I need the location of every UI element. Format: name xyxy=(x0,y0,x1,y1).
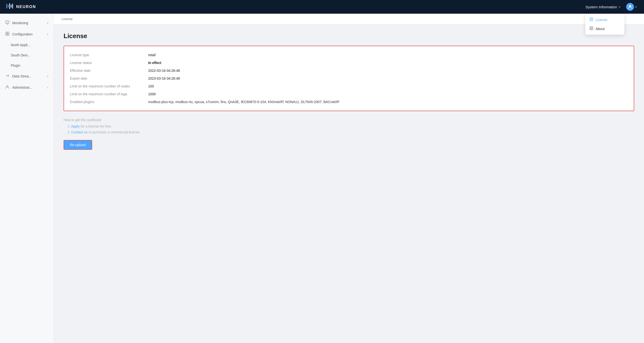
avatar xyxy=(626,3,634,11)
sidebar-data-strea-label: Data Strea... xyxy=(12,74,32,78)
sidebar-item-monitoring[interactable]: Monitoring ∨ xyxy=(0,17,54,28)
cert-step-1: 1. Apply for a license for free. xyxy=(64,124,634,128)
data-stream-chevron-icon: ∨ xyxy=(47,75,49,78)
license-effective-value: 2022-03-16 04:26:46 xyxy=(148,69,180,72)
license-row-type: License type retail xyxy=(70,51,628,59)
system-info-label: System Information xyxy=(586,5,617,9)
license-status-value: In effect xyxy=(148,61,161,65)
logo: NEURON xyxy=(6,3,36,11)
main-layout: Monitoring ∨ Configuration ∧ North Appli… xyxy=(0,14,644,343)
sidebar-monitoring-label: Monitoring xyxy=(12,21,28,25)
dropdown-license-label: License xyxy=(596,18,607,22)
cert-step-2: 2. Contact us to purchase a commercial l… xyxy=(64,130,634,134)
apply-link[interactable]: Apply xyxy=(71,124,80,128)
svg-rect-2 xyxy=(9,3,10,9)
monitoring-icon xyxy=(5,20,10,25)
svg-rect-3 xyxy=(11,5,12,7)
sidebar-configuration-label: Configuration xyxy=(12,32,32,36)
svg-rect-19 xyxy=(6,34,7,35)
header-right: System Information ∨ ∨ xyxy=(583,2,638,12)
content-area: License License License type retail Lice… xyxy=(54,14,644,343)
sidebar-plugin-label: Plugin xyxy=(11,63,20,67)
data-stream-icon xyxy=(5,74,10,79)
svg-rect-1 xyxy=(8,5,8,7)
sidebar-administrat-label: Administrat... xyxy=(12,85,32,89)
system-info-button[interactable]: System Information ∨ xyxy=(583,3,623,10)
sidebar-item-configuration[interactable]: Configuration ∧ xyxy=(0,29,54,39)
license-row-effective: Effective date 2022-03-16 04:26:46 xyxy=(70,67,628,74)
license-plugins-value: modbus-plus-tcp, modbus-rtu, opcua, s7co… xyxy=(148,100,339,104)
dropdown-item-about[interactable]: About xyxy=(585,24,624,33)
license-type-label: License type xyxy=(70,53,148,57)
license-row-max-tags: Limit on the maximum number of tags 1000 xyxy=(70,90,628,98)
system-info-chevron-icon: ∨ xyxy=(618,5,621,8)
license-max-tags-value: 1000 xyxy=(148,92,156,96)
license-type-value: retail xyxy=(148,53,156,57)
svg-rect-20 xyxy=(8,34,9,35)
svg-rect-4 xyxy=(12,4,13,8)
license-row-status: License status In effect xyxy=(70,59,628,67)
logo-text: NEURON xyxy=(16,5,36,9)
about-icon xyxy=(590,27,593,31)
breadcrumb: License xyxy=(54,14,644,24)
sidebar-north-appli-label: North Appli... xyxy=(11,43,30,47)
user-avatar-button[interactable]: ∨ xyxy=(625,2,638,12)
svg-rect-18 xyxy=(8,32,9,33)
system-info-dropdown: License About xyxy=(585,14,624,35)
svg-point-21 xyxy=(6,85,8,87)
configuration-chevron-icon: ∧ xyxy=(47,33,49,36)
license-max-tags-label: Limit on the maximum number of tags xyxy=(70,92,148,96)
sidebar-item-north-appli[interactable]: North Appli... xyxy=(0,40,54,50)
license-row-plugins: Enabled plugins modbus-plus-tcp, modbus-… xyxy=(70,98,628,106)
sidebar-item-administrat[interactable]: Administrat... ∨ xyxy=(0,82,54,93)
cert-section: How to get the certificate 1. Apply for … xyxy=(64,118,634,134)
dropdown-about-label: About xyxy=(596,27,605,31)
administration-icon xyxy=(5,85,10,90)
license-effective-label: Effective date xyxy=(70,69,148,72)
svg-rect-0 xyxy=(6,4,7,8)
breadcrumb-text: License xyxy=(62,17,72,21)
configuration-icon xyxy=(5,32,10,37)
sidebar-item-plugin[interactable]: Plugin xyxy=(0,61,54,70)
logo-icon xyxy=(6,3,14,11)
reupload-button[interactable]: Re-upload xyxy=(64,140,92,150)
license-icon xyxy=(590,17,593,22)
content-body: License License type retail License stat… xyxy=(54,24,644,158)
license-row-expire: Expire date 2023-03-16 04:26:46 xyxy=(70,74,628,82)
license-row-max-nodes: Limit on the maximum number of nodes 100 xyxy=(70,82,628,90)
license-max-nodes-label: Limit on the maximum number of nodes xyxy=(70,84,148,88)
administration-chevron-icon: ∨ xyxy=(47,86,49,89)
dropdown-item-license[interactable]: License xyxy=(585,15,624,24)
license-plugins-label: Enabled plugins xyxy=(70,100,148,104)
cert-title: How to get the certificate xyxy=(64,118,634,122)
sidebar-item-south-devi[interactable]: South Devi... xyxy=(0,50,54,60)
contact-us-link[interactable]: Contact us xyxy=(72,130,88,134)
license-max-nodes-value: 100 xyxy=(148,84,154,88)
header: NEURON System Information ∨ ∨ xyxy=(0,0,644,14)
sidebar-item-data-strea[interactable]: Data Strea... ∨ xyxy=(0,71,54,82)
license-expire-label: Expire date xyxy=(70,76,148,80)
license-expire-value: 2023-03-16 04:26:46 xyxy=(148,76,180,80)
license-info-box: License type retail License status In ef… xyxy=(64,46,634,111)
sidebar: Monitoring ∨ Configuration ∧ North Appli… xyxy=(0,14,54,343)
monitoring-chevron-icon: ∨ xyxy=(47,21,49,25)
sidebar-south-devi-label: South Devi... xyxy=(11,53,30,57)
page-title: License xyxy=(64,32,634,40)
svg-rect-17 xyxy=(6,32,7,33)
license-status-label: License status xyxy=(70,61,148,65)
svg-point-5 xyxy=(629,5,631,7)
user-chevron-icon: ∨ xyxy=(635,5,637,8)
